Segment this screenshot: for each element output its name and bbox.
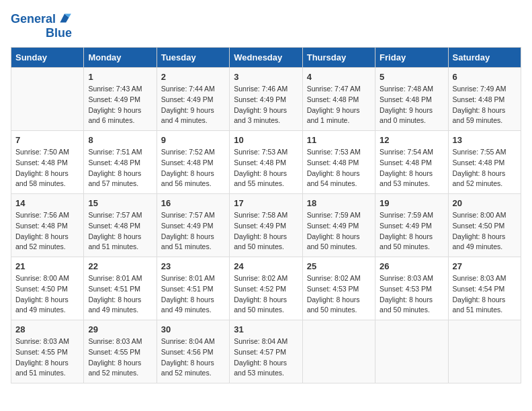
day-number: 16 xyxy=(161,198,225,208)
calendar-cell: 22 Sunrise: 8:01 AMSunset: 4:51 PMDaylig… xyxy=(84,257,157,320)
logo-icon xyxy=(57,11,72,26)
day-number: 27 xyxy=(453,261,517,271)
day-number: 6 xyxy=(453,72,517,82)
week-row-5: 28 Sunrise: 8:03 AMSunset: 4:55 PMDaylig… xyxy=(11,320,521,383)
day-detail: Sunrise: 7:50 AMSunset: 4:48 PMDaylight:… xyxy=(15,147,79,189)
day-number: 19 xyxy=(380,198,443,208)
day-number: 17 xyxy=(234,198,298,208)
calendar-cell: 28 Sunrise: 8:03 AMSunset: 4:55 PMDaylig… xyxy=(11,320,84,383)
day-detail: Sunrise: 7:55 AMSunset: 4:48 PMDaylight:… xyxy=(453,147,517,189)
calendar-cell xyxy=(302,320,375,383)
calendar-cell: 18 Sunrise: 7:59 AMSunset: 4:49 PMDaylig… xyxy=(302,194,375,257)
day-number: 2 xyxy=(161,72,225,82)
calendar-cell: 7 Sunrise: 7:50 AMSunset: 4:48 PMDayligh… xyxy=(11,131,84,194)
day-number: 14 xyxy=(15,198,79,208)
day-detail: Sunrise: 8:01 AMSunset: 4:51 PMDaylight:… xyxy=(161,273,225,316)
day-detail: Sunrise: 7:56 AMSunset: 4:48 PMDaylight:… xyxy=(15,210,79,253)
day-number: 25 xyxy=(307,261,371,271)
day-number: 7 xyxy=(15,135,79,145)
calendar-cell: 11 Sunrise: 7:53 AMSunset: 4:48 PMDaylig… xyxy=(302,131,375,194)
week-row-3: 14 Sunrise: 7:56 AMSunset: 4:48 PMDaylig… xyxy=(11,194,521,257)
day-detail: Sunrise: 7:49 AMSunset: 4:48 PMDaylight:… xyxy=(453,84,517,126)
col-header-monday: Monday xyxy=(84,48,157,68)
calendar-cell: 16 Sunrise: 7:57 AMSunset: 4:49 PMDaylig… xyxy=(157,194,229,257)
day-detail: Sunrise: 7:53 AMSunset: 4:48 PMDaylight:… xyxy=(307,147,371,189)
day-detail: Sunrise: 7:54 AMSunset: 4:48 PMDaylight:… xyxy=(380,147,443,189)
calendar-cell: 2 Sunrise: 7:44 AMSunset: 4:49 PMDayligh… xyxy=(157,68,229,131)
day-detail: Sunrise: 8:02 AMSunset: 4:53 PMDaylight:… xyxy=(307,273,371,316)
day-number: 22 xyxy=(88,261,152,271)
calendar-cell: 3 Sunrise: 7:46 AMSunset: 4:49 PMDayligh… xyxy=(230,68,302,131)
day-number: 30 xyxy=(161,324,225,334)
col-header-sunday: Sunday xyxy=(11,48,84,68)
day-number: 12 xyxy=(380,135,443,145)
col-header-wednesday: Wednesday xyxy=(230,48,302,68)
day-detail: Sunrise: 8:03 AMSunset: 4:54 PMDaylight:… xyxy=(453,273,517,316)
day-number: 26 xyxy=(380,261,443,271)
day-detail: Sunrise: 7:48 AMSunset: 4:48 PMDaylight:… xyxy=(380,84,443,126)
day-number: 15 xyxy=(88,198,152,208)
day-number: 29 xyxy=(88,324,152,334)
day-number: 10 xyxy=(234,135,298,145)
day-number: 18 xyxy=(307,198,371,208)
calendar-cell: 30 Sunrise: 8:04 AMSunset: 4:56 PMDaylig… xyxy=(157,320,229,383)
calendar-cell: 31 Sunrise: 8:04 AMSunset: 4:57 PMDaylig… xyxy=(230,320,302,383)
day-detail: Sunrise: 8:03 AMSunset: 4:53 PMDaylight:… xyxy=(380,273,443,316)
calendar-cell: 23 Sunrise: 8:01 AMSunset: 4:51 PMDaylig… xyxy=(157,257,229,320)
calendar-cell: 6 Sunrise: 7:49 AMSunset: 4:48 PMDayligh… xyxy=(448,68,521,131)
col-header-tuesday: Tuesday xyxy=(157,48,229,68)
day-detail: Sunrise: 8:03 AMSunset: 4:55 PMDaylight:… xyxy=(88,336,152,379)
week-row-1: 1 Sunrise: 7:43 AMSunset: 4:49 PMDayligh… xyxy=(11,68,521,131)
calendar-cell: 8 Sunrise: 7:51 AMSunset: 4:48 PMDayligh… xyxy=(84,131,157,194)
day-number: 1 xyxy=(88,72,152,82)
day-detail: Sunrise: 7:52 AMSunset: 4:48 PMDaylight:… xyxy=(161,147,225,189)
calendar-cell: 1 Sunrise: 7:43 AMSunset: 4:49 PMDayligh… xyxy=(84,68,157,131)
logo-text: General xyxy=(11,13,56,25)
day-number: 21 xyxy=(15,261,79,271)
calendar-cell: 10 Sunrise: 7:53 AMSunset: 4:48 PMDaylig… xyxy=(230,131,302,194)
day-detail: Sunrise: 7:46 AMSunset: 4:49 PMDaylight:… xyxy=(234,84,298,126)
day-detail: Sunrise: 7:43 AMSunset: 4:49 PMDaylight:… xyxy=(88,84,152,126)
calendar-cell: 27 Sunrise: 8:03 AMSunset: 4:54 PMDaylig… xyxy=(448,257,521,320)
calendar-cell xyxy=(375,320,448,383)
calendar-cell: 15 Sunrise: 7:57 AMSunset: 4:48 PMDaylig… xyxy=(84,194,157,257)
day-number: 11 xyxy=(307,135,371,145)
col-header-friday: Friday xyxy=(375,48,448,68)
day-detail: Sunrise: 8:02 AMSunset: 4:52 PMDaylight:… xyxy=(234,273,298,316)
day-number: 8 xyxy=(88,135,152,145)
day-detail: Sunrise: 7:47 AMSunset: 4:48 PMDaylight:… xyxy=(307,84,371,126)
calendar-cell: 20 Sunrise: 8:00 AMSunset: 4:50 PMDaylig… xyxy=(448,194,521,257)
day-detail: Sunrise: 8:04 AMSunset: 4:56 PMDaylight:… xyxy=(161,336,225,379)
calendar-cell: 13 Sunrise: 7:55 AMSunset: 4:48 PMDaylig… xyxy=(448,131,521,194)
day-detail: Sunrise: 7:59 AMSunset: 4:49 PMDaylight:… xyxy=(380,210,443,253)
day-detail: Sunrise: 8:03 AMSunset: 4:55 PMDaylight:… xyxy=(15,336,79,379)
day-detail: Sunrise: 7:58 AMSunset: 4:49 PMDaylight:… xyxy=(234,210,298,253)
day-detail: Sunrise: 7:57 AMSunset: 4:49 PMDaylight:… xyxy=(161,210,225,253)
calendar-cell: 29 Sunrise: 8:03 AMSunset: 4:55 PMDaylig… xyxy=(84,320,157,383)
day-number: 24 xyxy=(234,261,298,271)
page-header: General Blue xyxy=(11,11,521,39)
day-number: 31 xyxy=(234,324,298,334)
calendar-cell: 4 Sunrise: 7:47 AMSunset: 4:48 PMDayligh… xyxy=(302,68,375,131)
day-number: 23 xyxy=(161,261,225,271)
week-row-2: 7 Sunrise: 7:50 AMSunset: 4:48 PMDayligh… xyxy=(11,131,521,194)
day-detail: Sunrise: 7:57 AMSunset: 4:48 PMDaylight:… xyxy=(88,210,152,253)
day-number: 28 xyxy=(15,324,79,334)
calendar-header-row: SundayMondayTuesdayWednesdayThursdayFrid… xyxy=(11,48,521,68)
calendar-cell: 21 Sunrise: 8:00 AMSunset: 4:50 PMDaylig… xyxy=(11,257,84,320)
calendar-cell: 24 Sunrise: 8:02 AMSunset: 4:52 PMDaylig… xyxy=(230,257,302,320)
calendar-cell: 9 Sunrise: 7:52 AMSunset: 4:48 PMDayligh… xyxy=(157,131,229,194)
day-detail: Sunrise: 7:59 AMSunset: 4:49 PMDaylight:… xyxy=(307,210,371,253)
week-row-4: 21 Sunrise: 8:00 AMSunset: 4:50 PMDaylig… xyxy=(11,257,521,320)
day-detail: Sunrise: 7:44 AMSunset: 4:49 PMDaylight:… xyxy=(161,84,225,126)
day-number: 20 xyxy=(453,198,517,208)
calendar-cell xyxy=(448,320,521,383)
calendar-table: SundayMondayTuesdayWednesdayThursdayFrid… xyxy=(11,47,521,383)
calendar-cell xyxy=(11,68,84,131)
calendar-cell: 19 Sunrise: 7:59 AMSunset: 4:49 PMDaylig… xyxy=(375,194,448,257)
calendar-cell: 25 Sunrise: 8:02 AMSunset: 4:53 PMDaylig… xyxy=(302,257,375,320)
day-number: 4 xyxy=(307,72,371,82)
col-header-thursday: Thursday xyxy=(302,48,375,68)
day-detail: Sunrise: 8:01 AMSunset: 4:51 PMDaylight:… xyxy=(88,273,152,316)
logo: General Blue xyxy=(11,11,72,39)
